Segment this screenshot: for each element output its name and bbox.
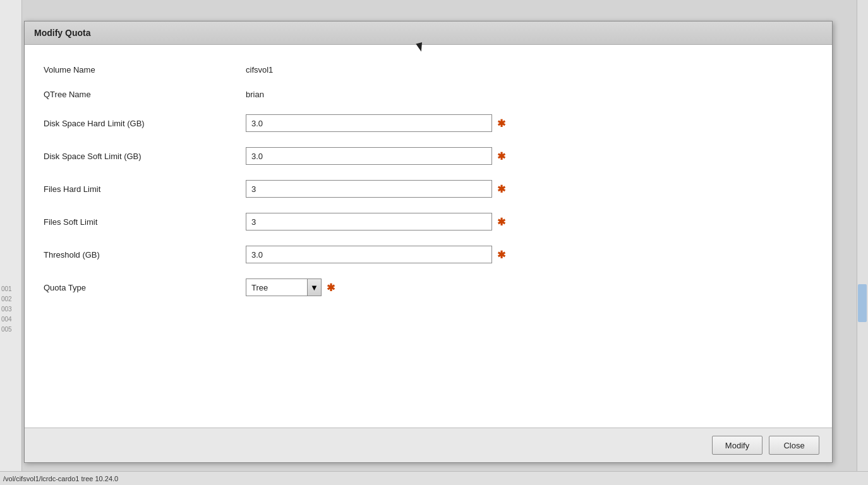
disk-space-soft-limit-input[interactable] <box>246 147 492 165</box>
dialog-title: Modify Quota <box>34 28 90 38</box>
right-scrollbar[interactable] <box>857 0 868 485</box>
disk-space-soft-limit-row: Disk Space Soft Limit (GB) ✱ <box>44 140 813 172</box>
disk-space-soft-limit-label: Disk Space Soft Limit (GB) <box>44 152 246 161</box>
modify-quota-dialog: Modify Quota Volume Name cifsvol1 QTree … <box>24 21 833 463</box>
disk-space-soft-limit-required: ✱ <box>497 150 505 162</box>
dialog-footer: Modify Close <box>25 428 832 462</box>
volume-name-row: Volume Name cifsvol1 <box>44 57 813 82</box>
qtree-name-label: QTree Name <box>44 90 246 99</box>
quota-type-required: ✱ <box>327 282 335 294</box>
volume-name-label: Volume Name <box>44 65 246 75</box>
quota-type-value: Tree <box>246 282 307 294</box>
quota-type-dropdown-arrow[interactable]: ▼ <box>307 279 321 296</box>
files-hard-limit-label: Files Hard Limit <box>44 184 246 194</box>
dialog-titlebar: Modify Quota <box>25 21 832 45</box>
close-button[interactable]: Close <box>769 436 819 455</box>
modify-button[interactable]: Modify <box>712 436 763 455</box>
disk-space-hard-limit-row: Disk Space Hard Limit (GB) ✱ <box>44 107 813 140</box>
scrollbar-thumb[interactable] <box>858 284 867 322</box>
qtree-name-value: brian <box>246 90 264 99</box>
files-hard-limit-row: Files Hard Limit ✱ <box>44 172 813 205</box>
volume-name-value: cifsvol1 <box>246 65 273 75</box>
files-soft-limit-label: Files Soft Limit <box>44 217 246 227</box>
files-soft-limit-row: Files Soft Limit ✱ <box>44 205 813 238</box>
disk-space-hard-limit-required: ✱ <box>497 117 505 129</box>
quota-type-select[interactable]: Tree ▼ <box>246 278 322 296</box>
threshold-required: ✱ <box>497 249 505 261</box>
qtree-name-row: QTree Name brian <box>44 82 813 107</box>
files-soft-limit-input[interactable] <box>246 213 492 231</box>
disk-space-hard-limit-input[interactable] <box>246 114 492 132</box>
threshold-label: Threshold (GB) <box>44 250 246 260</box>
quota-type-label: Quota Type <box>44 283 246 292</box>
status-bar: /vol/cifsvol1/lcrdc-cardo1 tree 10.24.0 <box>0 471 868 485</box>
files-hard-limit-required: ✱ <box>497 183 505 195</box>
status-bar-text: /vol/cifsvol1/lcrdc-cardo1 tree 10.24.0 <box>3 475 118 482</box>
sidebar-numbers: 001 002 003 004 005 <box>0 284 22 335</box>
dialog-body: Volume Name cifsvol1 QTree Name brian Di… <box>25 45 832 428</box>
background-sidebar: 001 002 003 004 005 <box>0 0 22 485</box>
disk-space-hard-limit-label: Disk Space Hard Limit (GB) <box>44 119 246 128</box>
quota-type-row: Quota Type Tree ▼ ✱ <box>44 271 813 304</box>
files-soft-limit-required: ✱ <box>497 216 505 228</box>
chevron-down-icon: ▼ <box>310 283 318 292</box>
threshold-row: Threshold (GB) ✱ <box>44 238 813 271</box>
files-hard-limit-input[interactable] <box>246 180 492 198</box>
threshold-input[interactable] <box>246 246 492 263</box>
dialog-overlay: Modify Quota Volume Name cifsvol1 QTree … <box>24 18 839 471</box>
